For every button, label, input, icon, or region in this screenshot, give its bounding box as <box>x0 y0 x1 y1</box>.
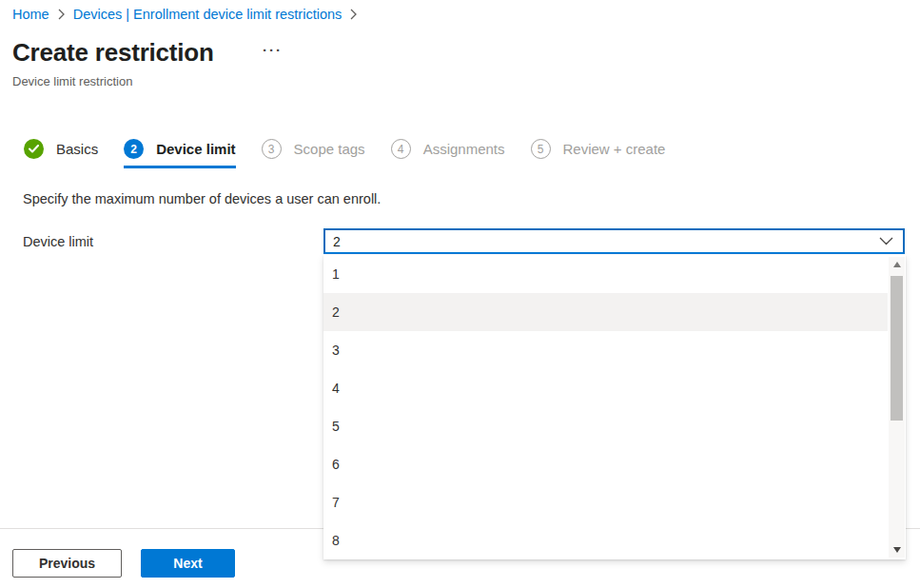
more-options-icon[interactable]: ··· <box>263 42 283 58</box>
check-icon <box>24 139 44 159</box>
step-number-badge: 2 <box>124 139 144 159</box>
breadcrumb-devices-enrollment[interactable]: Devices | Enrollment device limit restri… <box>73 7 343 22</box>
step-device-limit[interactable]: 2 Device limit <box>124 139 235 159</box>
step-label: Review + create <box>563 141 666 157</box>
step-label: Scope tags <box>294 141 365 157</box>
step-basics[interactable]: Basics <box>24 139 98 159</box>
instruction-text: Specify the maximum number of devices a … <box>23 191 381 206</box>
dropdown-option-6[interactable]: 6 <box>323 445 888 483</box>
next-button[interactable]: Next <box>141 549 235 578</box>
step-label: Assignments <box>423 141 505 157</box>
step-label: Device limit <box>156 141 235 157</box>
step-number-badge: 3 <box>262 139 282 159</box>
device-limit-label: Device limit <box>23 234 93 249</box>
dropdown-option-3[interactable]: 3 <box>323 331 888 369</box>
wizard-steps: Basics 2 Device limit 3 Scope tags 4 Ass… <box>24 139 665 159</box>
scroll-up-icon[interactable] <box>889 257 905 272</box>
dropdown-scrollbar[interactable] <box>889 257 905 558</box>
scroll-down-icon[interactable] <box>889 542 905 558</box>
dropdown-value: 2 <box>333 234 341 249</box>
breadcrumb-home[interactable]: Home <box>12 7 49 22</box>
step-number-badge: 5 <box>531 139 551 159</box>
create-restriction-page: Home Devices | Enrollment device limit r… <box>0 0 920 588</box>
step-label: Basics <box>56 141 98 157</box>
page-title: Create restriction <box>12 38 214 68</box>
breadcrumb: Home Devices | Enrollment device limit r… <box>12 7 357 22</box>
dropdown-option-5[interactable]: 5 <box>323 407 888 445</box>
step-number-badge: 4 <box>391 139 411 159</box>
step-review-create[interactable]: 5 Review + create <box>531 139 666 159</box>
chevron-right-icon <box>350 9 357 20</box>
device-limit-dropdown[interactable]: 2 <box>323 228 905 254</box>
chevron-down-icon <box>879 237 893 245</box>
page-subtitle: Device limit restriction <box>12 74 132 88</box>
dropdown-option-7[interactable]: 7 <box>323 483 888 521</box>
dropdown-option-1[interactable]: 1 <box>323 255 888 293</box>
dropdown-option-2[interactable]: 2 <box>323 293 888 331</box>
scrollbar-thumb[interactable] <box>891 276 903 421</box>
previous-button[interactable]: Previous <box>12 549 122 578</box>
device-limit-listbox: 1 2 3 4 5 6 7 8 <box>323 255 906 559</box>
step-assignments[interactable]: 4 Assignments <box>391 139 505 159</box>
chevron-right-icon <box>58 9 65 20</box>
dropdown-option-8[interactable]: 8 <box>323 521 888 559</box>
dropdown-option-4[interactable]: 4 <box>323 369 888 407</box>
step-scope-tags[interactable]: 3 Scope tags <box>262 139 365 159</box>
